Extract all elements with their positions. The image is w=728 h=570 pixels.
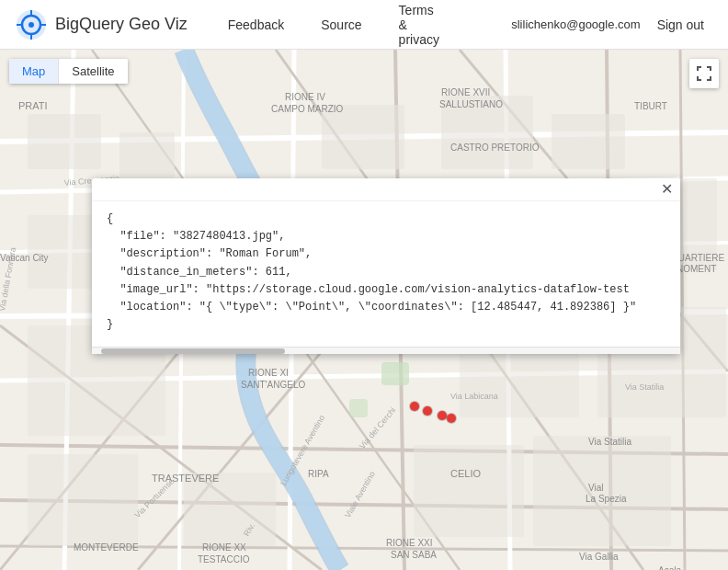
map-marker-6[interactable] xyxy=(447,414,456,423)
svg-rect-41 xyxy=(184,473,276,546)
main-nav: Feedback Source Terms & privacy xyxy=(210,0,458,50)
svg-rect-84 xyxy=(349,399,368,417)
svg-text:TESTACCIO: TESTACCIO xyxy=(198,554,250,564)
svg-text:Via Statilia: Via Statilia xyxy=(625,382,664,392)
svg-text:Via Statilia: Via Statilia xyxy=(588,437,632,447)
svg-rect-42 xyxy=(414,445,524,537)
user-email: slilichenko@google.com xyxy=(511,17,640,31)
svg-rect-31 xyxy=(322,105,404,169)
map-marker-5[interactable] xyxy=(438,411,447,420)
popup-scrollbar-thumb[interactable] xyxy=(101,348,285,354)
svg-text:CELIO: CELIO xyxy=(450,468,481,479)
map-view-button[interactable]: Map xyxy=(9,59,59,84)
svg-text:TIBURT: TIBURT xyxy=(634,101,667,111)
app-header: BigQuery Geo Viz Feedback Source Terms &… xyxy=(0,0,728,50)
svg-text:RIPA: RIPA xyxy=(308,469,329,479)
app-title: BigQuery Geo Viz xyxy=(55,15,188,34)
svg-text:RIONE XX: RIONE XX xyxy=(202,542,246,553)
svg-text:TRASTEVERE: TRASTEVERE xyxy=(152,473,219,484)
fullscreen-icon xyxy=(696,65,712,82)
feature-popup: ✕ { "file": "3827480413.jpg", "descripti… xyxy=(92,178,680,354)
svg-text:SAN SABA: SAN SABA xyxy=(391,550,437,560)
svg-text:SALLUSTIANO: SALLUSTIANO xyxy=(439,99,503,109)
feedback-link[interactable]: Feedback xyxy=(210,0,302,50)
svg-text:CASTRO PRETORIO: CASTRO PRETORIO xyxy=(450,142,540,153)
svg-text:SANT'ANGELO: SANT'ANGELO xyxy=(241,380,305,390)
popup-content: { "file": "3827480413.jpg", "description… xyxy=(92,201,680,347)
map-marker-4[interactable] xyxy=(423,406,432,416)
svg-text:Acala: Acala xyxy=(658,565,681,570)
svg-text:Via Labicana: Via Labicana xyxy=(450,392,498,401)
svg-text:RIONE IV: RIONE IV xyxy=(285,92,325,102)
svg-text:CAMPO MARZIO: CAMPO MARZIO xyxy=(271,104,344,114)
svg-point-2 xyxy=(28,22,34,28)
svg-text:RIONE XXI: RIONE XXI xyxy=(386,538,433,548)
svg-text:MONTEVERDE: MONTEVERDE xyxy=(74,542,139,553)
svg-text:Vial: Vial xyxy=(588,483,604,493)
svg-rect-29 xyxy=(28,114,101,169)
svg-text:NOMENT: NOMENT xyxy=(677,264,716,274)
svg-rect-83 xyxy=(381,362,409,385)
svg-rect-33 xyxy=(552,114,625,169)
map-marker-3[interactable] xyxy=(410,402,419,411)
svg-rect-40 xyxy=(28,454,138,546)
fullscreen-button[interactable] xyxy=(689,59,719,88)
svg-text:RIONE XI: RIONE XI xyxy=(248,368,289,378)
svg-text:RIONE XVII: RIONE XVII xyxy=(441,87,490,97)
popup-header: ✕ xyxy=(92,178,680,201)
map-type-control: Map Satellite xyxy=(9,59,128,84)
svg-text:La Spezia: La Spezia xyxy=(586,494,627,504)
popup-close-button[interactable]: ✕ xyxy=(661,182,673,197)
terms-link[interactable]: Terms & privacy xyxy=(381,0,458,50)
app-logo-icon xyxy=(15,8,48,41)
source-link[interactable]: Source xyxy=(302,0,380,50)
sign-out-link[interactable]: Sign out xyxy=(648,17,713,32)
popup-scrollbar[interactable] xyxy=(92,347,680,354)
svg-text:PRATI: PRATI xyxy=(18,100,48,111)
map-container[interactable]: PRATI RIONE IV CAMPO MARZIO RIONE XVII S… xyxy=(0,50,728,570)
svg-text:Via Gallia: Via Gallia xyxy=(579,552,619,562)
satellite-view-button[interactable]: Satellite xyxy=(59,59,127,84)
svg-rect-30 xyxy=(119,132,175,178)
